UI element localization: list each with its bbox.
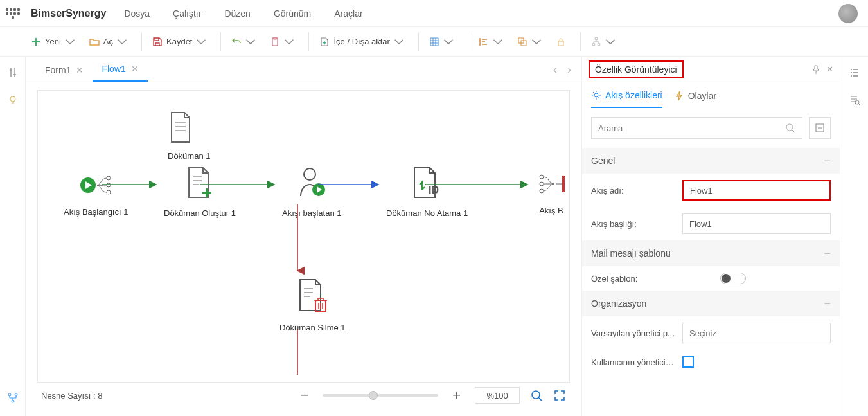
collapse-all-button[interactable] — [809, 117, 831, 139]
tab-properties-label: Akış özellikleri — [605, 90, 662, 100]
arrow — [102, 181, 161, 194]
folder-icon — [89, 37, 100, 47]
chevron-down-icon — [65, 37, 75, 47]
tabs-nav: ‹ › — [553, 63, 581, 82]
zoom-in-button[interactable]: + — [448, 387, 465, 404]
layers-button[interactable] — [513, 34, 545, 50]
center-area: Form1 ✕ Flow1 ✕ ‹ › Döküman 1 — [26, 57, 581, 416]
node-start[interactable]: Akış Başlangıcı 1 — [64, 170, 128, 217]
close-icon[interactable]: ✕ — [76, 65, 84, 75]
flow-title-input[interactable] — [682, 213, 831, 234]
import-export-button[interactable]: İçe / Dışa aktar — [315, 34, 407, 50]
new-button-label: Yeni — [45, 37, 61, 46]
default-manager-input[interactable] — [682, 323, 831, 343]
field-flow-title: Akış başlığı: — [582, 207, 840, 240]
save-icon — [152, 37, 163, 47]
tab-events[interactable]: Olaylar — [674, 90, 716, 108]
flow-tree-icon[interactable] — [6, 392, 19, 404]
chevron-down-icon — [245, 37, 256, 47]
default-manager-label: Varsayılan yönetici p... — [591, 329, 675, 338]
flow-name-input[interactable] — [682, 180, 831, 201]
open-button-label: Aç — [103, 37, 113, 46]
collapse-icon: − — [824, 247, 831, 260]
section-org[interactable]: Organizasyon − — [582, 291, 840, 316]
app-launcher-icon[interactable] — [5, 8, 21, 19]
tab-properties[interactable]: Akış özellikleri — [591, 90, 662, 108]
tab-prev-icon[interactable]: ‹ — [553, 63, 557, 77]
node-doc-delete[interactable]: Döküman Silme 1 — [279, 277, 346, 332]
save-button[interactable]: Kaydet — [148, 34, 210, 50]
node-doc-create-label: Döküman Oluştur 1 — [164, 208, 236, 218]
open-button[interactable]: Aç — [85, 34, 131, 50]
chevron-down-icon — [605, 37, 616, 47]
node-document[interactable] — [166, 110, 195, 147]
svg-point-13 — [107, 176, 111, 180]
section-mail[interactable]: Mail mesajı şablonu − — [582, 240, 840, 266]
search-input[interactable] — [598, 123, 785, 133]
plus-icon — [31, 37, 41, 47]
lock-button[interactable] — [552, 34, 570, 50]
clipboard-icon — [270, 37, 280, 47]
zoom-fit-icon[interactable] — [530, 389, 543, 402]
svg-point-16 — [304, 168, 315, 180]
menu-araclar[interactable]: Araçlar — [334, 8, 362, 19]
tab-flow1[interactable]: Flow1 ✕ — [93, 57, 147, 82]
node-initiator-label: Akışı başlatan 1 — [282, 208, 342, 218]
pin-icon[interactable] — [811, 64, 821, 75]
align-icon — [479, 37, 489, 47]
bulb-icon[interactable] — [7, 94, 19, 105]
flow-name-label: Akış adı: — [591, 186, 675, 195]
zoom-out-button[interactable]: − — [296, 387, 312, 404]
fullscreen-icon[interactable] — [553, 389, 566, 402]
avatar[interactable] — [838, 4, 858, 23]
svg-point-32 — [786, 124, 793, 131]
tab-form1[interactable]: Form1 ✕ — [36, 59, 93, 82]
node-doc-delete-label: Döküman Silme 1 — [279, 323, 346, 332]
field-flow-name: Akış adı: — [582, 174, 840, 207]
canvas[interactable]: Döküman 1 Akış Başlangıcı 1 Döküman Oluş… — [37, 90, 570, 383]
custom-template-toggle[interactable] — [720, 273, 746, 284]
object-count: Nesne Sayısı : 8 — [41, 391, 102, 401]
node-start-label: Akış Başlangıcı 1 — [64, 207, 128, 217]
section-general[interactable]: Genel − — [582, 148, 840, 174]
user-manager-label: Kullanıcının yöneticis... — [591, 357, 675, 367]
node-end[interactable]: Akış B — [535, 169, 567, 215]
new-button[interactable]: Yeni — [27, 34, 79, 50]
user-manager-checkbox[interactable] — [682, 356, 694, 368]
tools-icon[interactable] — [7, 67, 19, 78]
menu-duzen[interactable]: Düzen — [224, 8, 250, 19]
sitemap-button[interactable] — [587, 34, 619, 50]
list-icon[interactable] — [849, 67, 860, 78]
search-list-icon[interactable] — [849, 94, 860, 105]
close-icon[interactable]: ✕ — [131, 64, 139, 74]
svg-point-6 — [592, 43, 595, 46]
arrow — [294, 204, 306, 276]
properties-tabs: Akış özellikleri Olaylar — [582, 82, 840, 108]
clipboard-button[interactable] — [266, 34, 298, 50]
close-icon[interactable]: ✕ — [826, 64, 833, 74]
svg-rect-22 — [562, 176, 565, 192]
section-org-label: Organizasyon — [591, 298, 646, 309]
left-rail — [0, 57, 26, 416]
svg-point-20 — [540, 182, 544, 186]
app-name: BimserSynergy — [31, 8, 106, 19]
menu-calistir[interactable]: Çalıştır — [173, 8, 201, 19]
doc1-label: Döküman 1 — [168, 151, 210, 161]
lock-icon — [556, 37, 566, 47]
canvas-wrap: Döküman 1 Akış Başlangıcı 1 Döküman Oluş… — [26, 82, 581, 416]
undo-button[interactable] — [227, 34, 260, 50]
tab-next-icon[interactable]: › — [567, 63, 571, 77]
grid-button[interactable] — [425, 34, 457, 50]
properties-panel: Özellik Görüntüleyici ✕ Akış özellikleri… — [581, 57, 840, 416]
chevron-down-icon — [117, 37, 127, 47]
status-bar: Nesne Sayısı : 8 − + %100 — [37, 383, 570, 408]
zoom-slider[interactable] — [323, 389, 438, 402]
arrow — [200, 181, 279, 194]
topbar: BimserSynergy Dosya Çalıştır Düzen Görün… — [0, 0, 868, 27]
menu-gorunum[interactable]: Görünüm — [274, 8, 311, 19]
main-menu: Dosya Çalıştır Düzen Görünüm Araçlar — [124, 8, 362, 19]
menu-dosya[interactable]: Dosya — [124, 8, 150, 19]
properties-search[interactable] — [591, 117, 802, 139]
align-left-button[interactable] — [475, 34, 507, 50]
right-rail — [840, 57, 868, 416]
